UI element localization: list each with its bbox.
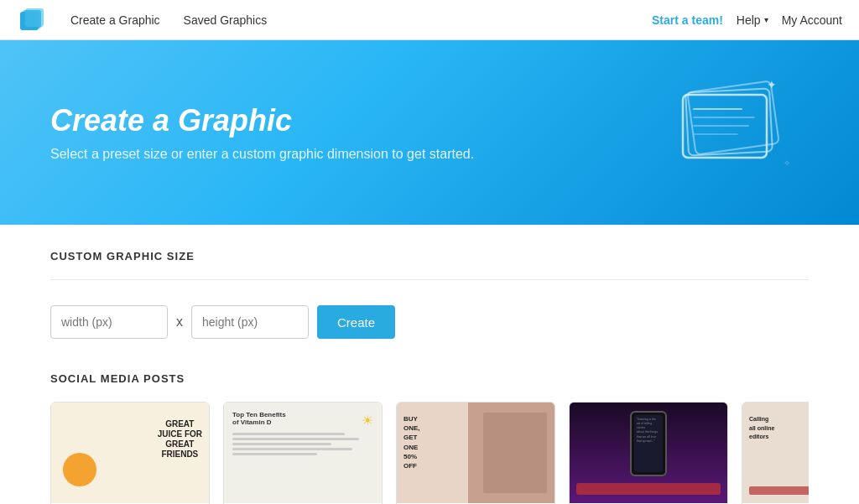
nav-saved-graphics[interactable]: Saved Graphics [174, 7, 278, 34]
card-preview-facebook-post: GREATJUICE FORGREATFRIENDS [51, 403, 209, 503]
size-separator: x [176, 314, 183, 330]
logo[interactable] [17, 5, 47, 35]
card-linkedin-post[interactable]: Callingall onlineeditors in LinkedIn Pos… [742, 402, 809, 504]
hero-subtitle: Select a preset size or enter a custom g… [50, 147, 474, 162]
svg-text:✦: ✦ [767, 78, 777, 91]
chevron-down-icon: ▾ [764, 15, 768, 24]
card-preview-linkedin-post: Callingall onlineeditors [742, 403, 809, 503]
nav-create-graphic[interactable]: Create a Graphic [60, 7, 170, 34]
width-input[interactable] [50, 305, 168, 339]
section-divider [50, 279, 809, 280]
card-preview-instagram-story: "learning is theart of telling storiesab… [570, 403, 727, 503]
nav-links: Create a Graphic Saved Graphics [60, 7, 277, 34]
height-input[interactable] [191, 305, 309, 339]
hero-text: Create a Graphic Select a preset size or… [50, 103, 474, 162]
create-button[interactable]: Create [317, 305, 395, 339]
account-menu[interactable]: My Account [782, 13, 842, 27]
start-team-link[interactable]: Start a team! [652, 13, 723, 27]
card-preview-facebook-link: Top Ten Benefitsof Vitamin D ☀ [224, 403, 382, 503]
card-preview-instagram-post: BUYONE,GETONE50%OFF [397, 403, 554, 503]
cards-row: GREATJUICE FORGREATFRIENDS f Facebook Po… [50, 402, 809, 504]
svg-text:✧: ✧ [784, 158, 790, 168]
main-content: CUSTOM GRAPHIC SIZE x Create SOCIAL MEDI… [0, 225, 859, 504]
svg-rect-2 [23, 10, 41, 29]
card-instagram-story[interactable]: "learning is theart of telling storiesab… [569, 402, 728, 504]
custom-size-section-title: CUSTOM GRAPHIC SIZE [50, 250, 809, 262]
hero-illustration: ✦ ✧ [641, 74, 809, 191]
custom-size-row: x Create [50, 305, 809, 339]
nav-right: Start a team! Help ▾ My Account [652, 13, 842, 27]
social-media-section-title: SOCIAL MEDIA POSTS [50, 372, 809, 385]
navbar: Create a Graphic Saved Graphics Start a … [0, 0, 859, 40]
help-menu[interactable]: Help ▾ [737, 13, 768, 27]
hero-banner: Create a Graphic Select a preset size or… [0, 40, 859, 225]
hero-title: Create a Graphic [50, 103, 474, 138]
card-facebook-post[interactable]: GREATJUICE FORGREATFRIENDS f Facebook Po… [50, 402, 210, 504]
card-facebook-link[interactable]: Top Ten Benefitsof Vitamin D ☀ f [223, 402, 383, 504]
social-media-section: SOCIAL MEDIA POSTS GREATJUICE FORGREATFR… [50, 372, 809, 504]
card-instagram-post[interactable]: BUYONE,GETONE50%OFF ◎ Instagram Post 108… [396, 402, 555, 504]
